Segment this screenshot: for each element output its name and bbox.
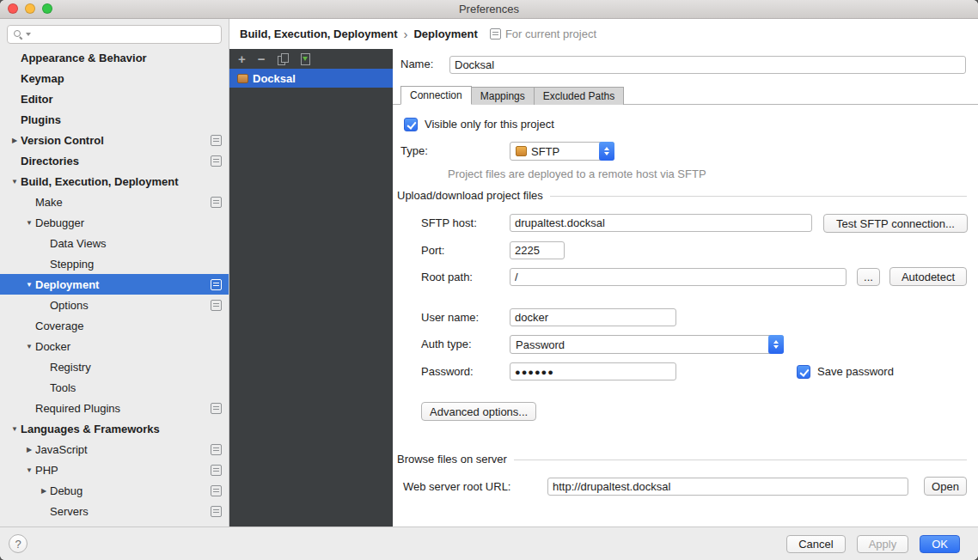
save-password-checkbox[interactable] [797, 365, 810, 379]
settings-search-input[interactable] [34, 28, 216, 41]
server-list: Docksal [229, 69, 393, 88]
chevron-down-icon[interactable]: ▼ [9, 425, 21, 433]
sidebar-item-label: Docker [35, 340, 222, 353]
sidebar-item-label: Languages & Frameworks [21, 423, 222, 435]
server-list-item[interactable]: Docksal [229, 69, 393, 88]
sidebar-item-servers[interactable]: Servers [0, 501, 229, 521]
type-help-text: Project files are deployed to a remote h… [448, 167, 706, 182]
sidebar-item-javascript[interactable]: ▶JavaScript [0, 439, 229, 460]
project-scope-icon [211, 465, 222, 476]
user-name-label: User name: [421, 310, 479, 326]
copy-server-icon[interactable] [278, 53, 288, 64]
sidebar-item-label: Editor [21, 93, 222, 106]
scope-label: For current project [505, 27, 596, 40]
sidebar-item-label: Appearance & Behavior [21, 52, 222, 64]
sidebar-item-languages-frameworks[interactable]: ▼Languages & Frameworks [0, 418, 229, 439]
breadcrumb-parent[interactable]: Build, Execution, Deployment [240, 27, 397, 40]
type-select[interactable]: SFTP [510, 142, 614, 161]
footer-bar: ? Cancel Apply OK [0, 527, 978, 560]
sidebar-item-label: Tools [50, 381, 222, 394]
sidebar-item-appearance-behavior[interactable]: Appearance & Behavior [0, 47, 229, 68]
visible-project-label[interactable]: Visible only for this project [425, 117, 554, 132]
autodetect-button[interactable]: Autodetect [889, 267, 967, 286]
test-sftp-connection-button[interactable]: Test SFTP connection... [823, 214, 968, 233]
password-label: Password: [421, 364, 474, 380]
close-window-button[interactable] [8, 3, 18, 14]
password-input[interactable] [510, 362, 676, 380]
project-scope-icon [490, 28, 501, 40]
add-server-icon[interactable]: + [238, 52, 246, 65]
sidebar-item-label: Plugins [21, 113, 222, 126]
sidebar-item-label: Data Views [50, 237, 222, 250]
zoom-window-button[interactable] [42, 3, 52, 14]
help-button[interactable]: ? [9, 534, 28, 553]
breadcrumb: Build, Execution, Deployment › Deploymen… [229, 19, 978, 49]
sidebar-item-data-views[interactable]: Data Views [0, 233, 229, 253]
auth-type-select[interactable]: Password [510, 335, 784, 354]
breadcrumb-current[interactable]: Deployment [413, 27, 477, 40]
sidebar-item-debug[interactable]: ▶Debug [0, 480, 229, 501]
sidebar-item-required-plugins[interactable]: Required Plugins [0, 398, 229, 418]
chevron-down-icon[interactable]: ▼ [23, 466, 35, 474]
minimize-window-button[interactable] [25, 3, 35, 14]
tab-excluded-paths[interactable]: Excluded Paths [534, 87, 624, 105]
sftp-host-input[interactable] [510, 214, 812, 232]
chevron-down-icon[interactable]: ▼ [9, 178, 21, 186]
sidebar-item-registry[interactable]: Registry [0, 356, 229, 377]
remove-server-icon[interactable]: − [258, 52, 266, 65]
apply-button[interactable]: Apply [857, 535, 909, 553]
cancel-button[interactable]: Cancel [786, 535, 845, 553]
chevron-down-icon[interactable]: ▼ [23, 281, 35, 289]
sidebar-item-deployment[interactable]: ▼Deployment [0, 274, 229, 295]
user-name-input[interactable] [510, 308, 676, 326]
web-root-input[interactable] [547, 478, 908, 496]
project-scope-icon [211, 135, 222, 146]
settings-search[interactable] [7, 25, 222, 44]
sidebar-item-make[interactable]: Make [0, 192, 229, 212]
sidebar-item-plugins[interactable]: Plugins [0, 109, 229, 130]
chevron-right-icon[interactable]: ▶ [23, 446, 35, 453]
settings-tabs: Connection Mappings Excluded Paths [400, 86, 623, 105]
sidebar-item-label: Coverage [35, 320, 222, 332]
sidebar-item-label: Keymap [21, 72, 222, 85]
open-button[interactable]: Open [924, 477, 967, 496]
sidebar-item-docker[interactable]: ▼Docker [0, 336, 229, 356]
tab-connection[interactable]: Connection [400, 86, 472, 105]
sidebar-item-build-execution-deployment[interactable]: ▼Build, Execution, Deployment [0, 171, 229, 192]
search-history-caret-icon[interactable] [26, 33, 31, 36]
sftp-server-icon [237, 74, 248, 83]
sidebar-item-keymap[interactable]: Keymap [0, 68, 229, 88]
sidebar-item-stepping[interactable]: Stepping [0, 253, 229, 274]
sidebar-item-tools[interactable]: Tools [0, 377, 229, 398]
chevron-right-icon[interactable]: ▶ [9, 137, 21, 144]
browse-root-button[interactable]: ... [857, 268, 880, 286]
auth-type-label: Auth type: [421, 337, 472, 352]
titlebar: Preferences [0, 0, 978, 19]
sidebar-item-php[interactable]: ▼PHP [0, 460, 229, 480]
sidebar-item-directories[interactable]: Directories [0, 150, 229, 171]
name-input[interactable] [449, 56, 966, 74]
sidebar-item-options[interactable]: Options [0, 295, 229, 315]
upload-section: Upload/download project files [397, 188, 967, 204]
chevron-right-icon[interactable]: ▶ [38, 487, 50, 495]
browse-section: Browse files on server [397, 452, 967, 467]
root-path-input[interactable] [510, 268, 847, 286]
sidebar-item-editor[interactable]: Editor [0, 88, 229, 109]
type-select-value: SFTP [531, 145, 559, 158]
visible-project-checkbox[interactable] [404, 118, 418, 131]
sidebar-item-version-control[interactable]: ▶Version Control [0, 130, 229, 150]
save-password-label[interactable]: Save password [817, 364, 894, 380]
select-stepper-icon [599, 142, 614, 161]
chevron-down-icon[interactable]: ▼ [23, 343, 35, 350]
chevron-down-icon[interactable]: ▼ [23, 219, 35, 227]
tab-mappings[interactable]: Mappings [471, 87, 535, 105]
sidebar-item-label: PHP [35, 464, 211, 477]
import-server-icon[interactable] [300, 53, 310, 64]
name-label: Name: [400, 57, 433, 72]
port-input[interactable] [510, 241, 565, 259]
advanced-options-button[interactable]: Advanced options... [421, 402, 536, 421]
sidebar-item-debugger[interactable]: ▼Debugger [0, 212, 229, 233]
sidebar-item-coverage[interactable]: Coverage [0, 315, 229, 336]
settings-sidebar: Appearance & BehaviorKeymapEditorPlugins… [0, 19, 229, 527]
ok-button[interactable]: OK [920, 535, 960, 553]
